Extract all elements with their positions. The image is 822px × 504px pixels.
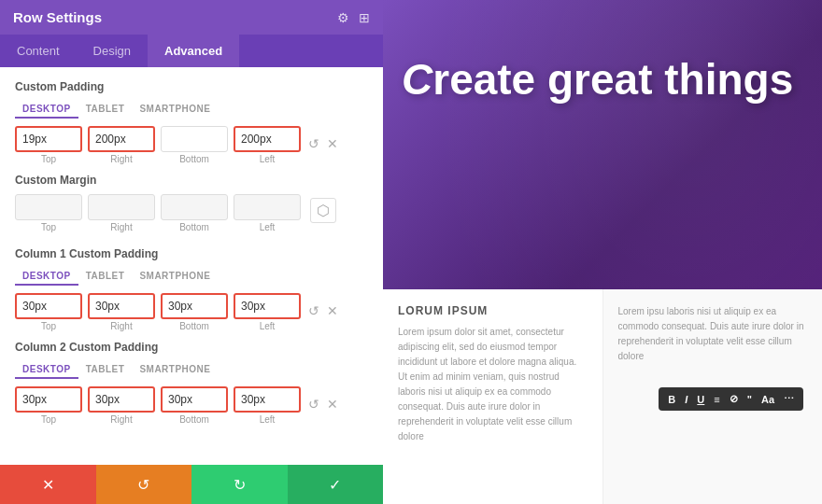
- toolbar-italic[interactable]: I: [681, 392, 691, 407]
- toolbar-link[interactable]: ⊘: [726, 391, 742, 407]
- col1-left-label: Left: [260, 321, 276, 331]
- margin-top-group: Top: [15, 194, 82, 232]
- hero-italic-c: C: [402, 55, 432, 104]
- margin-left-label: Left: [260, 222, 276, 232]
- col1-bottom-group: Bottom: [161, 293, 228, 331]
- col1-top-label: Top: [41, 321, 56, 331]
- settings-icon[interactable]: ⚙: [337, 10, 349, 25]
- col1-row-controls: ↺ ✕: [308, 303, 338, 318]
- padding-left-group: Left: [234, 126, 301, 164]
- padding-right-label: Right: [110, 154, 132, 164]
- col2-top-input[interactable]: [15, 386, 82, 413]
- toolbar-underline[interactable]: U: [693, 392, 708, 407]
- margin-inputs-row: Top Right Bottom Left: [15, 194, 368, 232]
- card1-text: Lorem ipsum dolor sit amet, consectetur …: [398, 325, 588, 444]
- padding-inputs-row: Top Right Bottom Left: [15, 126, 368, 164]
- padding-right-group: Right: [88, 126, 155, 164]
- tab-advanced[interactable]: Advanced: [148, 35, 239, 67]
- col2-right-label: Right: [110, 414, 132, 425]
- save-button[interactable]: ✓: [288, 465, 384, 504]
- padding-right-input[interactable]: [88, 126, 155, 152]
- padding-bottom-input[interactable]: [161, 126, 228, 152]
- device-tab-tablet[interactable]: TABLET: [78, 101, 133, 119]
- col2-row-controls: ↺ ✕: [308, 397, 338, 412]
- margin-bottom-input[interactable]: [161, 194, 228, 220]
- col2-top-group: Top: [15, 386, 82, 425]
- col2-left-input[interactable]: [234, 386, 301, 413]
- padding-close-icon[interactable]: ✕: [327, 136, 338, 151]
- device-tab-col2-smartphone[interactable]: SMARTPHONE: [132, 361, 218, 379]
- col1-reset-icon[interactable]: ↺: [308, 303, 319, 318]
- margin-four-inputs: Top Right Bottom Left: [15, 194, 301, 232]
- col1-inputs-row: Top Right Bottom Left: [15, 293, 368, 331]
- device-tab-col1-smartphone[interactable]: SMARTPHONE: [132, 268, 218, 286]
- col2-reset-icon[interactable]: ↺: [308, 397, 319, 412]
- toolbar-more[interactable]: ⋯: [780, 391, 798, 407]
- custom-padding-section: Custom Padding DESKTOP TABLET SMARTPHONE…: [15, 80, 368, 164]
- layout-icon[interactable]: ⊞: [359, 10, 370, 25]
- card1-title: LORUM IPSUM: [398, 304, 588, 317]
- col2-close-icon[interactable]: ✕: [327, 397, 338, 412]
- cancel-button[interactable]: ✕: [0, 465, 96, 504]
- col1-right-group: Right: [88, 293, 155, 331]
- margin-bottom-label: Bottom: [179, 222, 209, 232]
- card-1: LORUM IPSUM Lorem ipsum dolor sit amet, …: [383, 289, 602, 504]
- col2-left-group: Left: [234, 386, 301, 425]
- card2-text: Lorem ipsu laboris nisi ut aliquip ex ea…: [618, 304, 808, 364]
- margin-right-label: Right: [110, 222, 132, 232]
- col2-bottom-input[interactable]: [161, 386, 228, 413]
- col1-top-group: Top: [15, 293, 82, 331]
- bottom-toolbar: ✕ ↺ ↻ ✓: [0, 465, 383, 504]
- padding-row-controls: ↺ ✕: [308, 136, 338, 151]
- col1-close-icon[interactable]: ✕: [327, 303, 338, 318]
- panel-header-actions: ⚙ ⊞: [337, 10, 370, 25]
- content-area: Create great things LORUM IPSUM Lorem ip…: [383, 0, 822, 504]
- col1-padding-section: Column 1 Custom Padding DESKTOP TABLET S…: [15, 247, 368, 331]
- padding-top-group: Top: [15, 126, 82, 164]
- custom-margin-label: Custom Margin: [15, 174, 368, 187]
- reset-button[interactable]: ↺: [96, 465, 192, 504]
- text-editor-toolbar: B I U ≡ ⊘ " Aa ⋯: [659, 387, 803, 411]
- col1-bottom-input[interactable]: [161, 293, 228, 319]
- tab-design[interactable]: Design: [77, 35, 148, 67]
- col2-left-label: Left: [260, 414, 276, 425]
- margin-left-group: Left: [234, 194, 301, 232]
- device-tab-smartphone[interactable]: SMARTPHONE: [132, 101, 218, 119]
- padding-reset-icon[interactable]: ↺: [308, 136, 319, 151]
- margin-top-input[interactable]: [15, 194, 82, 220]
- col2-inputs-row: Top Right Bottom Left: [15, 386, 368, 425]
- margin-bottom-group: Bottom: [161, 194, 228, 232]
- col2-top-label: Top: [41, 414, 56, 425]
- col1-left-input[interactable]: [234, 293, 301, 319]
- device-tab-col2-desktop[interactable]: DESKTOP: [15, 361, 78, 379]
- margin-top-label: Top: [41, 222, 56, 232]
- padding-four-inputs: Top Right Bottom Left: [15, 126, 301, 164]
- device-tab-col2-tablet[interactable]: TABLET: [78, 361, 133, 379]
- link-proportional-icon[interactable]: ⬡: [310, 198, 336, 223]
- hero-rest: reate great things: [432, 55, 793, 104]
- col2-right-input[interactable]: [88, 386, 155, 413]
- tab-bar: Content Design Advanced: [0, 35, 383, 67]
- col1-bottom-label: Bottom: [179, 321, 209, 331]
- toolbar-quote[interactable]: ": [744, 392, 756, 407]
- padding-left-input[interactable]: [234, 126, 301, 152]
- col1-right-label: Right: [110, 321, 132, 331]
- device-tabs-col1: DESKTOP TABLET SMARTPHONE: [15, 268, 368, 286]
- tab-content[interactable]: Content: [0, 35, 77, 67]
- toolbar-align[interactable]: ≡: [710, 392, 723, 407]
- margin-link-icon: ⬡: [310, 202, 336, 219]
- col1-padding-label: Column 1 Custom Padding: [15, 247, 368, 260]
- col1-right-input[interactable]: [88, 293, 155, 319]
- device-tab-desktop[interactable]: DESKTOP: [15, 101, 78, 119]
- col1-top-input[interactable]: [15, 293, 82, 319]
- toolbar-bold[interactable]: B: [664, 392, 679, 407]
- padding-left-label: Left: [260, 154, 276, 164]
- device-tabs-padding: DESKTOP TABLET SMARTPHONE: [15, 101, 368, 119]
- device-tab-col1-desktop[interactable]: DESKTOP: [15, 268, 78, 286]
- redo-button[interactable]: ↻: [191, 465, 288, 504]
- device-tab-col1-tablet[interactable]: TABLET: [78, 268, 133, 286]
- margin-left-input[interactable]: [234, 194, 301, 220]
- toolbar-font-size[interactable]: Aa: [758, 392, 778, 407]
- margin-right-input[interactable]: [88, 194, 155, 220]
- padding-top-input[interactable]: [15, 126, 82, 152]
